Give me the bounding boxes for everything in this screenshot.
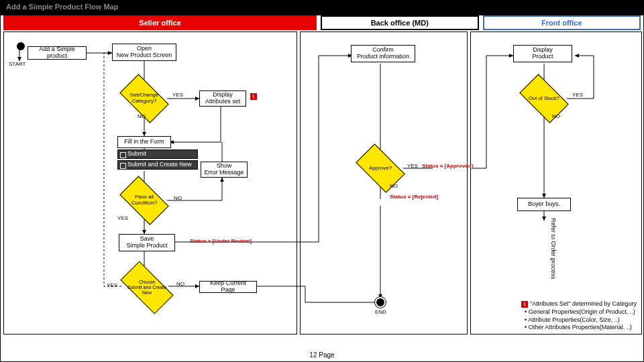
status-under-review: Status = [Under Review] <box>190 238 252 244</box>
yes-label-2: YES <box>117 215 128 221</box>
no-label-2: NO <box>174 195 182 201</box>
end-dot <box>376 298 384 306</box>
show-error-message: Show Error Message <box>201 162 248 178</box>
page-number: 12 Page <box>1 351 643 359</box>
pass-all-condition-decision: Pass all Condition? <box>123 187 166 214</box>
out-of-stock-decision: Out of Stock? <box>523 85 566 112</box>
keep-current-page: Keep Current Page <box>199 281 257 293</box>
page: Add a Simple Product Flow Map Seller off… <box>0 0 644 362</box>
page-title: Add a Simple Product Flow Map <box>1 1 643 15</box>
set-change-category-decision: Set/Change Category? <box>123 85 166 112</box>
yes-label-1: YES <box>172 92 183 98</box>
no-label-5: NO <box>552 113 560 119</box>
footnote-title: "Attributes Set" determined by Category <box>530 300 637 307</box>
refer-order-process: Refer to Order process <box>549 215 556 282</box>
no-label-3: NO <box>176 281 184 287</box>
lane-headers: Seller office Back office (MD) Front off… <box>3 15 641 30</box>
display-attributes-set: Display Attributes set <box>199 90 246 107</box>
footnote-b1: General Properties(Origin of Product, ..… <box>529 308 635 315</box>
confirm-product-info: Confirm Product information <box>351 45 415 62</box>
fill-in-form: Fill in the Form <box>117 136 171 148</box>
buyer-buys: Buyer buys. <box>517 198 571 211</box>
start-label: START <box>9 61 25 67</box>
lane-seller-header: Seller office <box>3 15 317 30</box>
start-dot <box>17 42 25 50</box>
footnote-b2: Attribute Properties(Color, Size, ..) <box>528 316 620 323</box>
choose-submit-create-new-decision: Choose Submit and Create New <box>123 274 171 301</box>
submit-create-new-button[interactable]: Submit and Create New <box>117 160 198 170</box>
footnote-number: 1 <box>521 301 528 308</box>
status-rejected: Status = [Rejected] <box>390 194 438 200</box>
no-label-1: NO <box>138 113 146 119</box>
lane-front-header: Front office <box>483 15 641 30</box>
lane-back-header: Back office (MD) <box>321 15 479 30</box>
footnote-b3: Other Attributes Properties(Material, ..… <box>529 324 632 330</box>
footnote-ref-1: 1 <box>250 93 257 100</box>
end-label: END <box>375 309 386 315</box>
no-label-4: NO <box>390 183 398 189</box>
save-simple-product: Save Simple Product <box>119 234 175 251</box>
display-product: Display Product <box>513 45 572 62</box>
lane-front-body <box>470 32 642 335</box>
yes-label-3: YES <box>107 282 117 288</box>
submit-button[interactable]: Submit <box>117 149 198 159</box>
open-new-product-screen: Open New Product Screen <box>112 44 176 61</box>
footnote: 1"Attributes Set" determined by Category… <box>521 300 637 332</box>
status-approved: Status = [Approved] <box>422 163 473 169</box>
yes-label-5: YES <box>572 92 583 98</box>
add-simple-product: Add a Simple product <box>28 46 87 60</box>
yes-label-4: YES <box>407 163 418 169</box>
approve-decision: Approve? <box>359 155 402 182</box>
